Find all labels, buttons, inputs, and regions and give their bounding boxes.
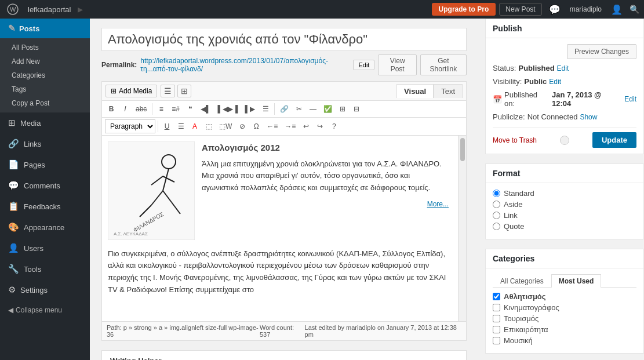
sidebar-item-media[interactable]: ⊞ Media	[0, 112, 90, 133]
visibility-label: Visibility:	[493, 77, 522, 86]
sidebar-item-comments[interactable]: 💬 Comments	[0, 175, 90, 196]
strikethrough-button[interactable]: abc	[133, 103, 150, 115]
submenu-all-posts[interactable]: All Posts	[0, 41, 90, 54]
format-radio-aside[interactable]	[493, 201, 500, 208]
link-button[interactable]: 🔗	[277, 103, 292, 115]
permalink-edit-button[interactable]: Edit	[353, 60, 374, 70]
list-view-button[interactable]: ☰	[161, 85, 175, 97]
sidebar-item-users[interactable]: 👤 Users	[0, 238, 90, 259]
paste-from-word-button[interactable]: ⬚W	[216, 120, 235, 133]
notifications-icon[interactable]: 💬	[545, 4, 564, 15]
bold-button[interactable]: B	[105, 103, 118, 115]
align-justify-button[interactable]: ☰	[259, 103, 272, 115]
text-color-button[interactable]: A	[188, 120, 201, 133]
cat-checkbox-kinimatografos[interactable]	[493, 304, 500, 311]
justify-button[interactable]: ☰	[174, 120, 187, 133]
preview-changes-button[interactable]: Preview Changes	[567, 44, 636, 59]
sidebar-item-appearance[interactable]: 🎨 Appearance	[0, 217, 90, 238]
post-title-input[interactable]	[101, 28, 467, 51]
update-button[interactable]: Update	[592, 132, 636, 148]
tab-text[interactable]: Text	[434, 84, 463, 98]
fullscreen-button[interactable]: ⊞	[336, 103, 349, 115]
format-option-standard: Standard	[493, 189, 636, 198]
submenu-copy-post[interactable]: Copy a Post	[0, 96, 90, 110]
permalink-url[interactable]: http://lefkadaportal.wordpress.com/2013/…	[140, 57, 350, 73]
add-media-icon: ⊞	[111, 87, 117, 95]
tab-most-used[interactable]: Most Used	[551, 274, 602, 288]
format-radio-quote[interactable]	[493, 223, 500, 230]
publicize-show-link[interactable]: Show	[580, 113, 597, 121]
cat-checkbox-mousiki[interactable]	[493, 337, 500, 344]
cat-label-epikairotita: Επικαιρότητα	[504, 325, 548, 334]
insert-more-button[interactable]: —	[307, 103, 319, 115]
upgrade-button[interactable]: Upgrade to Pro	[432, 3, 496, 16]
feedbacks-icon: 📋	[8, 201, 19, 212]
submenu-add-new[interactable]: Add New	[0, 54, 90, 68]
outdent-button[interactable]: ←≡	[264, 120, 281, 133]
redo-button[interactable]: ↪	[314, 120, 326, 133]
add-media-button[interactable]: ⊞ Add Media	[105, 85, 157, 97]
cat-checkbox-tourismos[interactable]	[493, 315, 500, 322]
paste-as-text-button[interactable]: ⬚	[202, 120, 215, 133]
undo-button[interactable]: ↩	[300, 120, 312, 133]
show-hide-button[interactable]: ⊟	[350, 103, 363, 115]
search-icon[interactable]: 🔍	[630, 5, 639, 14]
cat-checkbox-athlitismos[interactable]	[493, 293, 500, 300]
align-left-button[interactable]: ◀▌	[198, 103, 214, 115]
sidebar-item-settings[interactable]: ⚙ Settings	[0, 279, 90, 300]
feedbacks-label: Feedbacks	[24, 202, 61, 211]
user-label[interactable]: mariadiplo	[567, 5, 604, 13]
sidebar-item-tools[interactable]: 🔧 Tools	[0, 259, 90, 279]
tab-visual[interactable]: Visual	[396, 84, 434, 98]
publicize-value: Not Connected	[527, 112, 578, 121]
get-shortlink-button[interactable]: Get Shortlink	[420, 54, 467, 75]
visibility-edit-link[interactable]: Edit	[549, 78, 561, 86]
new-post-button[interactable]: New Post	[499, 3, 541, 16]
help-button[interactable]: ?	[328, 120, 340, 133]
submenu-categories[interactable]: Categories	[0, 68, 90, 82]
collapse-menu[interactable]: ◀ Collapse menu	[0, 300, 90, 320]
published-edit-link[interactable]: Edit	[624, 95, 636, 103]
special-chars-button[interactable]: Ω	[250, 120, 263, 133]
unordered-list-button[interactable]: ≡	[155, 103, 168, 115]
editor-body[interactable]: ΦΙΛΑΝΔΡΟΣ Α.Σ. ΛΕΥΚΑΔΑΣ Απολογισμός 2012…	[102, 136, 466, 321]
last-edited: Last edited by mariadiplo on January 7, …	[305, 324, 461, 338]
tab-all-categories[interactable]: All Categories	[493, 274, 551, 288]
submenu-tags[interactable]: Tags	[0, 82, 90, 96]
site-name[interactable]: lefkadaportal	[23, 5, 75, 14]
align-right-button[interactable]: ▌▶	[242, 103, 259, 115]
unlink-button[interactable]: ✂	[293, 103, 305, 115]
view-post-button[interactable]: View Post	[378, 54, 416, 75]
published-date: Jan 7, 2013 @ 12:04	[552, 90, 622, 108]
editor-top-left: ⊞ Add Media ☰ ⊞	[105, 85, 191, 97]
sidebar-item-posts[interactable]: ✎ Posts	[0, 19, 90, 38]
sidebar-item-pages[interactable]: 📄 Pages	[0, 154, 90, 175]
underline-button[interactable]: U	[161, 120, 173, 133]
ordered-list-button[interactable]: ≡#	[169, 103, 183, 115]
wp-logo[interactable]: W	[5, 1, 21, 17]
cat-checkbox-epikairotita[interactable]	[493, 326, 500, 333]
move-to-trash-link[interactable]: Move to Trash	[493, 136, 537, 144]
posts-label: Posts	[19, 24, 39, 33]
format-radio-standard[interactable]	[493, 190, 500, 197]
cat-label-tourismos: Τουρισμός	[504, 314, 539, 323]
spellcheck-button[interactable]: ✅	[321, 103, 335, 115]
italic-button[interactable]: I	[119, 103, 132, 115]
sidebar-item-feedbacks[interactable]: 📋 Feedbacks	[0, 196, 90, 217]
more-link[interactable]: More...	[427, 199, 449, 209]
blockquote-button[interactable]: ❝	[184, 103, 197, 115]
user-avatar[interactable]: 👤	[607, 4, 626, 15]
sidebar-item-links[interactable]: 🔗 Links	[0, 133, 90, 154]
categories-title: Categories	[493, 254, 534, 263]
align-center-button[interactable]: ▌◀▶▐	[215, 103, 241, 115]
format-radio-link[interactable]	[493, 212, 500, 219]
grid-view-button[interactable]: ⊞	[177, 85, 191, 97]
format-select[interactable]: Paragraph Heading 1 Heading 2	[105, 119, 155, 133]
remove-formatting-button[interactable]: ⊘	[236, 120, 249, 133]
toolbar-sep-2	[274, 103, 275, 115]
status-row: Status: Published Edit	[493, 64, 636, 72]
indent-button[interactable]: →≡	[282, 120, 299, 133]
categories-body: All Categories Most Used Αθλητισμός Κινη…	[486, 268, 643, 353]
editor-scrollbar[interactable]	[458, 136, 466, 321]
status-edit-link[interactable]: Edit	[557, 64, 569, 72]
